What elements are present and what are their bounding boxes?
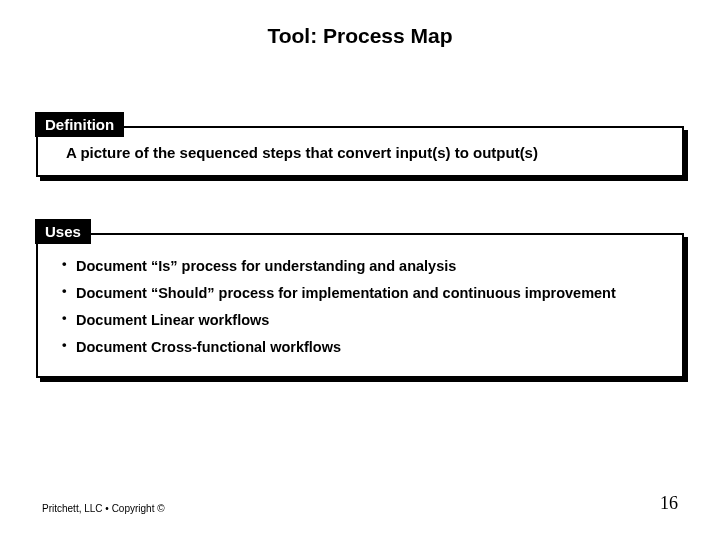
copyright-text: Pritchett, LLC • Copyright © <box>42 503 165 514</box>
list-item: Document Linear workflows <box>62 307 658 334</box>
list-item: Document Cross-functional workflows <box>62 334 658 361</box>
list-item: Document “Should” process for implementa… <box>62 280 658 307</box>
uses-tab: Uses <box>35 219 91 244</box>
uses-list: Document “Is” process for understanding … <box>60 249 660 364</box>
list-item: Document “Is” process for understanding … <box>62 253 658 280</box>
definition-tab: Definition <box>35 112 124 137</box>
definition-section: Definition A picture of the sequenced st… <box>36 126 684 177</box>
page-number: 16 <box>660 493 678 514</box>
definition-box: A picture of the sequenced steps that co… <box>36 126 684 177</box>
footer: Pritchett, LLC • Copyright © 16 <box>0 493 720 514</box>
uses-section: Uses Document “Is” process for understan… <box>36 233 684 378</box>
definition-text: A picture of the sequenced steps that co… <box>66 144 670 161</box>
uses-box: Document “Is” process for understanding … <box>36 233 684 378</box>
slide-title: Tool: Process Map <box>0 0 720 48</box>
